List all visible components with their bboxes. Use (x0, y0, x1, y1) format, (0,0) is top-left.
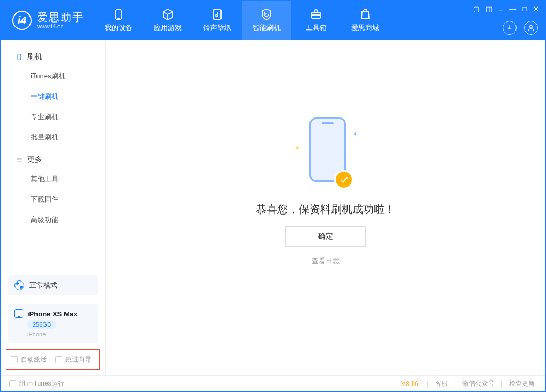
sidebar-section-title: 更多 (27, 155, 42, 165)
sidebar-header-flash: 刷机 (1, 48, 105, 66)
sidebar-section-title: 刷机 (27, 52, 42, 62)
update-link[interactable]: 检查更新 (509, 379, 535, 388)
checkbox-icon (55, 356, 62, 363)
device-type: iPhone (27, 331, 46, 337)
maximize-button[interactable]: □ (522, 5, 527, 13)
list-icon (16, 156, 23, 164)
version-label: V8.16 (401, 380, 418, 388)
sidebar: 刷机 iTunes刷机 一键刷机 专业刷机 批量刷机 更多 其他工具 下载固件 … (1, 40, 106, 375)
music-icon (211, 8, 224, 21)
tab-label: 工具箱 (306, 23, 327, 33)
main-content: ✦ ✦ 恭喜您，保资料刷机成功啦！ 确定 查看日志 (106, 40, 545, 375)
tab-flash[interactable]: 智能刷机 (242, 1, 291, 40)
menu-icon[interactable]: ≡ (499, 5, 503, 13)
success-illustration: ✦ ✦ (293, 117, 358, 193)
window-controls: ▢ ◫ ≡ — □ ✕ (473, 5, 539, 13)
mode-label: 正常模式 (29, 280, 57, 290)
toolbox-icon (309, 8, 322, 21)
svg-rect-2 (213, 10, 221, 19)
bag-icon (359, 8, 372, 21)
wechat-link[interactable]: 微信公众号 (462, 379, 495, 388)
checkbox-label: 自动激活 (21, 355, 47, 364)
sidebar-item-pro-flash[interactable]: 专业刷机 (1, 107, 105, 127)
user-icon (527, 24, 535, 32)
app-name: 爱思助手 (37, 11, 84, 23)
tab-label: 智能刷机 (253, 23, 281, 33)
footer: 阻止iTunes运行 V8.16 | 客服 | 微信公众号 | 检查更新 (1, 375, 545, 391)
tab-my-device[interactable]: 我的设备 (94, 1, 143, 40)
user-button[interactable] (524, 21, 538, 35)
checkbox-auto-activate[interactable]: 自动激活 (11, 355, 47, 364)
tab-label: 我的设备 (105, 23, 132, 33)
svg-rect-5 (18, 54, 21, 60)
checkbox-skip-guide[interactable]: 跳过向导 (55, 355, 91, 364)
logo-text: 爱思助手 www.i4.cn (37, 11, 84, 29)
checkbox-block-itunes[interactable]: 阻止iTunes运行 (9, 379, 64, 388)
tab-ringtones[interactable]: 铃声壁纸 (193, 1, 242, 40)
checkbox-label: 跳过向导 (65, 355, 91, 364)
mode-icon (14, 280, 24, 290)
device-phone-icon (14, 309, 23, 318)
device-storage: 256GB (27, 320, 56, 329)
sidebar-item-other-tools[interactable]: 其他工具 (1, 169, 105, 189)
shirt-icon[interactable]: ▢ (473, 5, 479, 13)
tab-label: 爱思商城 (351, 23, 379, 33)
mode-box[interactable]: 正常模式 (8, 275, 98, 295)
sidebar-item-download-firmware[interactable]: 下载固件 (1, 189, 105, 210)
body: 刷机 iTunes刷机 一键刷机 专业刷机 批量刷机 更多 其他工具 下载固件 … (1, 40, 545, 375)
device-box[interactable]: iPhone XS Max 256GB iPhone (8, 304, 98, 343)
tab-label: 铃声壁纸 (203, 23, 231, 33)
sparkle-icon: ✦ (294, 144, 300, 152)
sidebar-item-advanced[interactable]: 高级功能 (1, 210, 105, 230)
sidebar-item-itunes-flash[interactable]: iTunes刷机 (1, 66, 105, 86)
download-icon (506, 24, 513, 32)
checkbox-icon (9, 380, 16, 387)
tab-toolbox[interactable]: 工具箱 (291, 1, 341, 40)
tab-apps[interactable]: 应用游戏 (143, 1, 193, 40)
success-message: 恭喜您，保资料刷机成功啦！ (256, 202, 395, 217)
sidebar-section-more: 更多 其他工具 下载固件 高级功能 (1, 151, 105, 233)
support-link[interactable]: 客服 (435, 379, 448, 388)
shield-refresh-icon (260, 8, 273, 21)
feedback-icon[interactable]: ◫ (486, 5, 492, 13)
header: i4 爱思助手 www.i4.cn 我的设备 应用游戏 铃声壁纸 智能刷机 (1, 1, 545, 40)
minimize-button[interactable]: — (509, 5, 516, 13)
download-button[interactable] (503, 21, 517, 35)
checkbox-icon (11, 356, 18, 363)
app-url: www.i4.cn (37, 23, 84, 29)
logo-block: i4 爱思助手 www.i4.cn (1, 11, 94, 30)
check-badge-icon (334, 170, 353, 189)
tab-label: 应用游戏 (154, 23, 182, 33)
cube-icon (161, 8, 174, 21)
sidebar-item-batch-flash[interactable]: 批量刷机 (1, 127, 105, 147)
svg-point-4 (530, 25, 533, 28)
sparkle-icon: ✦ (352, 130, 358, 138)
ok-button[interactable]: 确定 (285, 226, 366, 247)
checkbox-label: 阻止iTunes运行 (19, 379, 64, 388)
logo-icon: i4 (12, 11, 32, 30)
tab-store[interactable]: 爱思商城 (341, 1, 390, 40)
device-icon (16, 53, 23, 61)
view-log-link[interactable]: 查看日志 (312, 256, 340, 266)
app-window: i4 爱思助手 www.i4.cn 我的设备 应用游戏 铃声壁纸 智能刷机 (0, 0, 546, 392)
close-button[interactable]: ✕ (533, 5, 539, 13)
tabs: 我的设备 应用游戏 铃声壁纸 智能刷机 工具箱 爱思商城 (94, 1, 390, 40)
phone-icon (112, 8, 125, 21)
options-highlight: 自动激活 跳过向导 (6, 349, 100, 370)
header-actions (503, 21, 538, 35)
sidebar-item-oneclick-flash[interactable]: 一键刷机 (1, 86, 105, 107)
sidebar-section-flash: 刷机 iTunes刷机 一键刷机 专业刷机 批量刷机 (1, 48, 105, 151)
sidebar-header-more: 更多 (1, 151, 105, 169)
device-name: iPhone XS Max (27, 310, 77, 318)
